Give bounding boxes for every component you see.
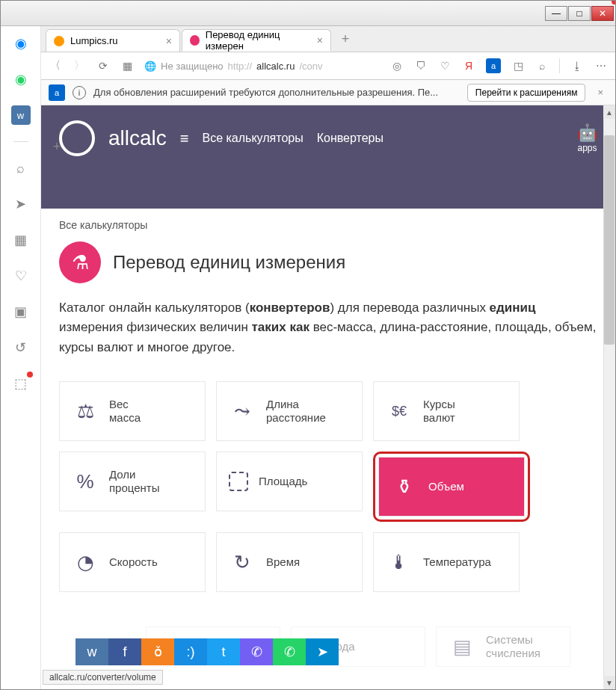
shield-icon[interactable]: ⛉	[414, 59, 428, 73]
scroll-up-button[interactable]: ▲	[603, 105, 615, 119]
window-titlebar: — □ ✕	[1, 1, 615, 26]
heart-icon[interactable]: ♡	[11, 266, 31, 286]
card-label: Скорость	[109, 555, 158, 569]
url-field[interactable]: 🌐 Не защищено http://allcalc.ru/conv	[144, 61, 380, 72]
close-icon[interactable]: ×	[593, 87, 608, 98]
forward-button[interactable]: 〉	[73, 59, 86, 73]
speed-icon: ◔	[72, 549, 99, 576]
speed-dial-button[interactable]: ▦	[120, 59, 134, 73]
scroll-down-button[interactable]: ▼	[603, 676, 615, 689]
tab-lumpics[interactable]: Lumpics.ru ×	[46, 29, 180, 52]
divider	[13, 141, 28, 142]
search-icon[interactable]: ⌕	[535, 59, 549, 73]
downloads-icon[interactable]: ⭳	[570, 59, 584, 73]
area-icon: ▢	[229, 472, 248, 491]
speed-dial-icon[interactable]: ▦	[11, 230, 31, 250]
apps-link[interactable]: 🤖 apps	[577, 123, 597, 153]
share-vk-icon[interactable]: w	[76, 638, 108, 665]
ext-cube-icon[interactable]: ◳	[511, 59, 525, 73]
send-icon[interactable]: ➤	[11, 194, 31, 214]
card-percent[interactable]: %Доли проценты	[59, 452, 206, 511]
extensions-icon[interactable]: ⬚	[11, 374, 31, 393]
ext-translate-icon[interactable]: а	[486, 58, 501, 73]
scrollbar-track[interactable]: ▲ ▼	[603, 105, 615, 689]
security-label: Не защищено	[161, 61, 224, 72]
scrollbar-thumb[interactable]	[604, 135, 615, 345]
url-host: allcalc.ru	[256, 61, 295, 72]
card-label: Площадь	[259, 475, 307, 488]
goto-extensions-button[interactable]: Перейти к расширениям	[467, 84, 586, 102]
share-mail-icon[interactable]: :)	[174, 638, 207, 665]
hamburger-icon[interactable]: ≡	[180, 130, 189, 147]
share-telegram-icon[interactable]: ➤	[306, 638, 339, 665]
card-time[interactable]: ↻Время	[216, 532, 363, 592]
favicon-icon	[190, 35, 200, 46]
page-description: Каталог онлайн калькуляторов (конвертеро…	[41, 298, 615, 357]
back-button[interactable]: 〈	[49, 59, 62, 73]
card-volume[interactable]: ⚱Объем	[378, 457, 525, 517]
logo-text[interactable]: allcalc	[108, 126, 167, 150]
divider	[559, 58, 560, 73]
share-fb-icon[interactable]: f	[108, 638, 141, 665]
site-header: allcalc ≡ Все калькуляторы Конвертеры 🤖 …	[41, 105, 615, 209]
card-label: Длина расстояние	[266, 398, 326, 425]
page-heading: ⚗ Перевод единиц измерения	[41, 237, 615, 298]
status-bar-url: allcalc.ru/converter/volume	[43, 670, 163, 685]
calculator-icon: ▤	[449, 633, 475, 660]
card-label: Системы счисления	[486, 633, 540, 660]
share-twitter-icon[interactable]: t	[207, 638, 240, 665]
news-icon[interactable]: ▣	[11, 302, 31, 321]
tab-allcalc[interactable]: Перевод единиц измерен ×	[182, 29, 331, 52]
card-label: Объем	[428, 480, 464, 493]
mini-plus-button[interactable]: +	[49, 138, 65, 155]
card-label: Время	[266, 555, 300, 569]
share-viber-icon[interactable]: ✆	[240, 638, 273, 665]
nav-all-calculators[interactable]: Все калькуляторы	[202, 132, 303, 145]
info-icon: i	[73, 86, 86, 99]
window-minimize-button[interactable]: —	[545, 6, 567, 21]
messenger-icon[interactable]: ◉	[11, 34, 31, 53]
ext-yandex-icon[interactable]: Я	[462, 59, 475, 73]
ext-translate-icon[interactable]: а	[49, 84, 65, 101]
new-tab-button[interactable]: +	[337, 31, 354, 47]
card-label: Курсы валют	[423, 398, 455, 425]
whatsapp-icon[interactable]: ◉	[11, 70, 31, 89]
vk-icon[interactable]: w	[11, 105, 31, 125]
card-numeral-systems[interactable]: ▤Системы счисления	[436, 626, 570, 667]
extension-notice-bar: а i Для обновления расширений требуются …	[41, 80, 615, 105]
page-content: allcalc ≡ Все калькуляторы Конвертеры 🤖 …	[41, 105, 615, 689]
bookmark-icon[interactable]: ♡	[438, 59, 452, 73]
card-weight[interactable]: ⚖Вес масса	[59, 381, 206, 441]
category-grid: ⚖Вес масса ⤳Длина расстояние $€Курсы вал…	[41, 357, 615, 592]
menu-icon[interactable]: ⋯	[594, 59, 608, 73]
breadcrumb[interactable]: Все калькуляторы	[41, 209, 615, 237]
vase-icon: ⚱	[391, 473, 418, 500]
globe-icon: 🌐	[144, 61, 156, 72]
card-speed[interactable]: ◔Скорость	[59, 532, 206, 592]
time-icon: ↻	[229, 549, 256, 576]
currency-icon: $€	[386, 398, 413, 425]
thermometer-icon: 🌡	[386, 549, 413, 576]
snapshot-icon[interactable]: ◎	[390, 59, 404, 73]
percent-icon: %	[72, 468, 99, 495]
address-bar: 〈 〉 ⟳ ▦ 🌐 Не защищено http://allcalc.ru/…	[41, 52, 615, 80]
android-icon: 🤖	[577, 123, 597, 143]
share-whatsapp-icon[interactable]: ✆	[273, 638, 306, 665]
window-close-button[interactable]: ✕	[591, 6, 614, 21]
card-area[interactable]: ▢Площадь	[216, 452, 363, 511]
history-icon[interactable]: ↺	[11, 338, 31, 357]
tab-title: Lumpics.ru	[70, 35, 118, 46]
reload-button[interactable]: ⟳	[96, 59, 110, 73]
tab-close-icon[interactable]: ×	[317, 34, 323, 46]
tab-strip: Lumpics.ru × Перевод единиц измерен × +	[41, 26, 615, 52]
highlight-frame: ⚱Объем	[373, 452, 530, 522]
card-temperature[interactable]: 🌡Температура	[373, 532, 520, 592]
nav-converters[interactable]: Конвертеры	[317, 132, 384, 145]
window-maximize-button[interactable]: □	[568, 6, 591, 21]
card-currency[interactable]: $€Курсы валют	[373, 381, 520, 441]
card-length[interactable]: ⤳Длина расстояние	[216, 381, 363, 441]
tab-close-icon[interactable]: ×	[166, 35, 172, 47]
share-ok-icon[interactable]: ǒ	[141, 638, 174, 665]
scale-icon: ⚖	[72, 398, 99, 425]
search-icon[interactable]: ⌕	[11, 158, 31, 178]
